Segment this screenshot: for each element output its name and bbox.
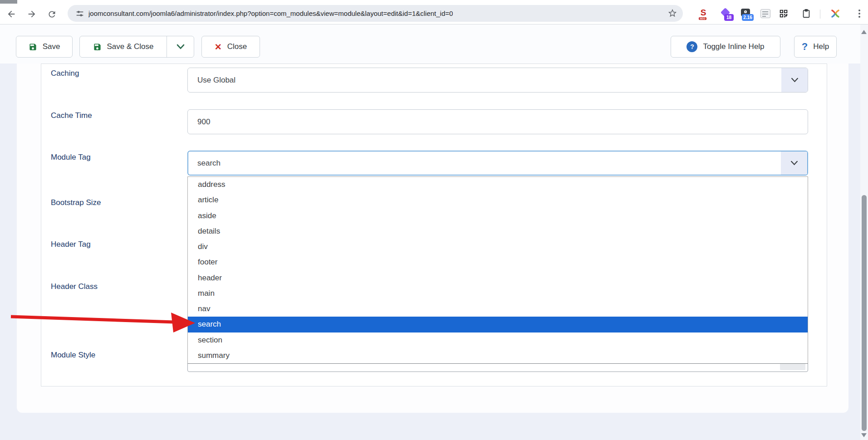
seo-extension-icon[interactable]: S SEO bbox=[697, 8, 709, 20]
scroll-up-arrow-icon[interactable] bbox=[861, 30, 867, 34]
browser-menu-button[interactable] bbox=[853, 8, 865, 20]
joomla-extension-icon[interactable] bbox=[829, 8, 841, 20]
bookmark-star-icon[interactable] bbox=[667, 8, 677, 18]
notes-extension-icon[interactable] bbox=[760, 8, 771, 20]
extension-badge: 2.16 bbox=[742, 14, 754, 21]
module-tag-dropdown-list: address article aside details div footer… bbox=[187, 176, 808, 364]
purple-extension-icon[interactable]: 18 bbox=[720, 8, 731, 20]
address-bar[interactable]: joomconsultant.com/joomla6/administrator… bbox=[68, 5, 683, 22]
screen: joomconsultant.com/joomla6/administrator… bbox=[0, 0, 868, 440]
save-button[interactable]: Save bbox=[16, 36, 73, 58]
header-class-label: Header Class bbox=[51, 282, 98, 291]
kebab-menu-icon bbox=[858, 10, 860, 18]
cache-time-input[interactable] bbox=[187, 109, 808, 134]
save-options-dropdown-toggle[interactable] bbox=[167, 36, 194, 57]
site-info-icon[interactable] bbox=[75, 9, 85, 19]
back-button[interactable] bbox=[5, 8, 17, 20]
scrollbar-thumb[interactable] bbox=[862, 195, 867, 431]
dropdown-option-details[interactable]: details bbox=[188, 224, 808, 239]
dropdown-option-main[interactable]: main bbox=[188, 286, 808, 301]
dropdown-option-aside[interactable]: aside bbox=[188, 208, 808, 224]
module-tag-select[interactable]: search bbox=[187, 151, 808, 176]
reload-icon bbox=[47, 10, 57, 19]
toolbar-separator bbox=[820, 10, 820, 19]
dropdown-option-summary[interactable]: summary bbox=[188, 348, 808, 363]
question-mark-icon: ? bbox=[802, 41, 808, 53]
save-and-close-button[interactable]: Save & Close bbox=[79, 36, 194, 58]
clipboard-extension-icon[interactable] bbox=[800, 8, 812, 20]
scroll-down-arrow-icon[interactable] bbox=[861, 433, 867, 437]
qr-code-extension-icon[interactable] bbox=[778, 8, 790, 20]
forward-button[interactable] bbox=[26, 8, 38, 20]
chevron-down-icon bbox=[177, 44, 185, 49]
select-cap bbox=[781, 152, 807, 175]
browser-toolbar: joomconsultant.com/joomla6/administrator… bbox=[0, 4, 868, 24]
module-style-label: Module Style bbox=[51, 351, 95, 360]
module-tag-label: Module Tag bbox=[51, 153, 91, 162]
help-button[interactable]: ? Help bbox=[794, 36, 837, 58]
forward-icon bbox=[27, 9, 37, 19]
dropdown-option-div[interactable]: div bbox=[188, 239, 808, 254]
close-x-icon: ✕ bbox=[215, 42, 222, 52]
window-edge bbox=[0, 0, 17, 4]
chevron-down-icon bbox=[791, 78, 799, 83]
caching-select-value: Use Global bbox=[188, 76, 235, 85]
close-label: Close bbox=[227, 42, 247, 51]
dropdown-option-article[interactable]: article bbox=[188, 192, 808, 208]
dropdown-option-address[interactable]: address bbox=[188, 177, 808, 192]
page-scrollbar[interactable] bbox=[860, 24, 868, 440]
toggle-inline-help-button[interactable]: ? Toggle Inline Help bbox=[671, 36, 780, 58]
dropdown-option-section[interactable]: section bbox=[188, 332, 808, 348]
dropdown-option-footer[interactable]: footer bbox=[188, 254, 808, 270]
back-icon bbox=[6, 9, 16, 19]
save-and-close-label: Save & Close bbox=[107, 42, 154, 51]
save-icon bbox=[93, 43, 102, 51]
help-circle-icon: ? bbox=[687, 41, 697, 52]
caching-select[interactable]: Use Global bbox=[187, 68, 808, 93]
dropdown-option-header[interactable]: header bbox=[188, 270, 808, 286]
dropdown-option-nav[interactable]: nav bbox=[188, 301, 808, 317]
toggle-inline-help-label: Toggle Inline Help bbox=[703, 42, 764, 51]
help-label: Help bbox=[813, 42, 829, 51]
extension-badge: 18 bbox=[724, 14, 734, 21]
select-cap bbox=[781, 68, 808, 92]
camera-extension-icon[interactable]: 2.16 bbox=[740, 8, 751, 20]
module-tag-select-value: search bbox=[188, 159, 221, 168]
joomla-toolbar: Save Save & Close ✕ Close ? Toggle Inlin… bbox=[0, 24, 868, 64]
save-icon bbox=[29, 43, 37, 51]
caching-label: Caching bbox=[51, 69, 79, 78]
cache-time-label: Cache Time bbox=[51, 111, 92, 120]
dropdown-option-search-selected[interactable]: search bbox=[188, 317, 808, 332]
url-text[interactable]: joomconsultant.com/joomla6/administrator… bbox=[88, 10, 453, 17]
bootstrap-size-label: Bootstrap Size bbox=[51, 198, 101, 207]
browser-tab-strip bbox=[0, 0, 868, 4]
save-label: Save bbox=[43, 42, 60, 51]
header-tag-label: Header Tag bbox=[51, 240, 91, 249]
close-button[interactable]: ✕ Close bbox=[201, 36, 260, 58]
chevron-down-icon bbox=[790, 161, 798, 166]
reload-button[interactable] bbox=[46, 8, 58, 20]
